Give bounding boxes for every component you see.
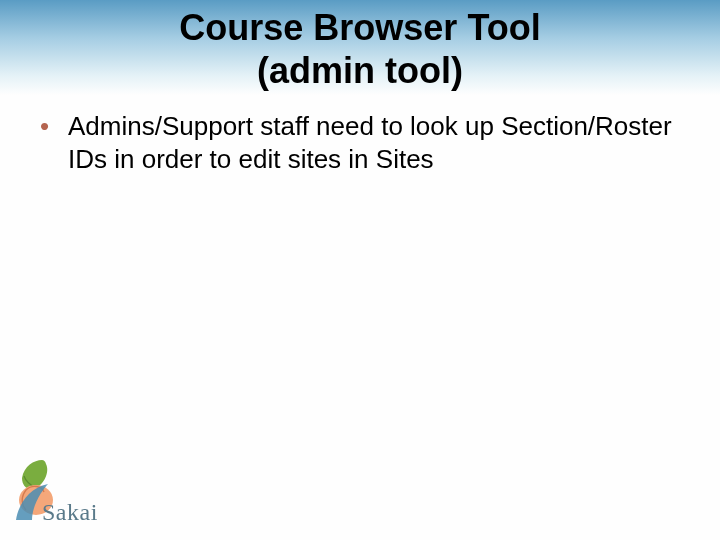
bullet-list: • Admins/Support staff need to look up S… [40,110,680,175]
bullet-text: Admins/Support staff need to look up Sec… [68,111,672,174]
title-line-1: Course Browser Tool [179,7,540,48]
bullet-marker-icon: • [40,110,49,143]
slide-body: • Admins/Support staff need to look up S… [0,92,720,175]
title-line-2: (admin tool) [257,50,463,91]
sakai-logo: Sakai [14,458,124,528]
slide-title: Course Browser Tool (admin tool) [0,0,720,92]
bullet-item: • Admins/Support staff need to look up S… [40,110,680,175]
logo-text: Sakai [42,499,98,526]
